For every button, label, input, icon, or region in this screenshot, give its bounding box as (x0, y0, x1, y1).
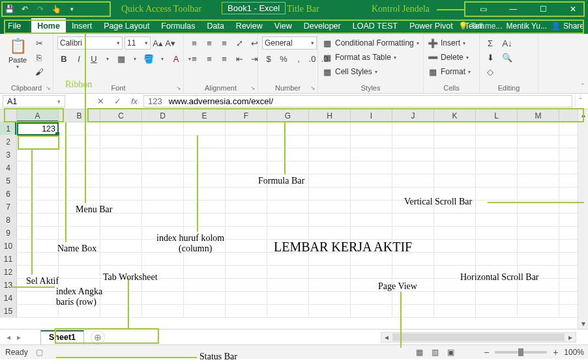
zoom-level[interactable]: 100% (564, 348, 584, 357)
cell-J1[interactable] (392, 122, 434, 135)
cell-K15[interactable] (434, 305, 476, 317)
col-header-D[interactable]: D (142, 109, 184, 122)
cell-L9[interactable] (476, 227, 518, 239)
cell-D4[interactable] (142, 161, 184, 174)
cell-C14[interactable] (100, 292, 142, 304)
align-right-icon[interactable]: ≡ (218, 52, 231, 65)
cell-M1[interactable] (518, 122, 559, 135)
maximize-icon[interactable]: ☐ (528, 0, 558, 18)
cell-I15[interactable] (351, 305, 392, 317)
find-select-icon[interactable]: 🔍 (501, 51, 514, 64)
row-header-11[interactable]: 11 (0, 253, 17, 265)
row-header-13[interactable]: 13 (0, 279, 17, 291)
cell-J3[interactable] (392, 148, 434, 161)
cell-H1[interactable] (309, 122, 351, 135)
cell-I9[interactable] (351, 227, 392, 239)
cell-C11[interactable] (100, 253, 142, 265)
cell-M15[interactable] (518, 305, 559, 317)
cell-styles-button[interactable]: ▦Cell Styles ▾ (322, 65, 377, 78)
cell-I2[interactable] (351, 135, 392, 148)
cell-D8[interactable] (142, 214, 184, 226)
cell-G4[interactable] (267, 161, 309, 174)
cell-I1[interactable] (351, 122, 392, 135)
cell-G1[interactable] (267, 122, 309, 135)
align-left-icon[interactable]: ≡ (188, 52, 201, 65)
cell-J8[interactable] (392, 214, 434, 226)
cell-J2[interactable] (392, 135, 434, 148)
cell-L5[interactable] (476, 175, 518, 187)
delete-cells-button[interactable]: ➖Delete ▾ (428, 51, 469, 64)
row-header-3[interactable]: 3 (0, 148, 17, 161)
user-name[interactable]: Mentik Yu... (506, 21, 546, 31)
cell-K2[interactable] (434, 135, 476, 148)
cell-I5[interactable] (351, 175, 392, 187)
align-middle-icon[interactable]: ≡ (203, 36, 216, 49)
cell-G7[interactable] (267, 201, 309, 213)
cell-F13[interactable] (226, 279, 267, 291)
cell-A9[interactable] (17, 227, 59, 239)
tab-view[interactable]: View (269, 18, 298, 34)
cell-I8[interactable] (351, 214, 392, 226)
cut-icon[interactable]: ✂ (33, 36, 46, 49)
tab-powerpivot[interactable]: Power Pivot (404, 18, 459, 34)
tab-insert[interactable]: Insert (66, 18, 98, 34)
decrease-font-icon[interactable]: A▾ (165, 36, 175, 49)
cell-H13[interactable] (309, 279, 351, 291)
cell-G8[interactable] (267, 214, 309, 226)
cell-G15[interactable] (267, 305, 309, 317)
expand-formula-bar-icon[interactable]: ˇ (575, 95, 585, 107)
cell-H3[interactable] (309, 148, 351, 161)
align-top-icon[interactable]: ≡ (188, 36, 201, 49)
increase-decimal-icon[interactable]: .0 (307, 52, 317, 65)
cell-I7[interactable] (351, 201, 392, 213)
clipboard-launcher-icon[interactable]: ↘ (46, 85, 51, 91)
cell-E6[interactable] (184, 188, 226, 200)
scroll-down-icon[interactable]: ▾ (578, 318, 588, 329)
fill-dd-icon[interactable]: ▾ (157, 52, 168, 65)
new-sheet-button[interactable]: ⊕ (91, 330, 105, 344)
cell-M5[interactable] (518, 175, 559, 187)
col-header-L[interactable]: L (476, 109, 518, 122)
select-all-corner[interactable] (0, 109, 17, 122)
comma-icon[interactable]: , (292, 52, 305, 65)
scroll-left-icon[interactable]: ◂ (381, 333, 392, 342)
font-launcher-icon[interactable]: ↘ (176, 85, 181, 91)
cell-I3[interactable] (351, 148, 392, 161)
cell-L11[interactable] (476, 253, 518, 265)
cell-C6[interactable] (100, 188, 142, 200)
cell-G9[interactable] (267, 227, 309, 239)
cell-D1[interactable] (142, 122, 184, 135)
cell-C15[interactable] (100, 305, 142, 317)
percent-icon[interactable]: % (277, 52, 290, 65)
sheet-nav-next-icon[interactable]: ▸ (14, 333, 23, 342)
cell-M2[interactable] (518, 135, 559, 148)
col-header-G[interactable]: G (267, 109, 309, 122)
decrease-decimal-icon[interactable]: .0 (319, 52, 330, 65)
cell-M14[interactable] (518, 292, 559, 304)
cell-E15[interactable] (184, 305, 226, 317)
align-center-icon[interactable]: ≡ (203, 52, 216, 65)
cell-J5[interactable] (392, 175, 434, 187)
cell-A8[interactable] (17, 214, 59, 226)
cell-E14[interactable] (184, 292, 226, 304)
cell-H12[interactable] (309, 266, 351, 278)
row-header-4[interactable]: 4 (0, 161, 17, 174)
hscroll-thumb[interactable] (392, 333, 565, 341)
cell-E11[interactable] (184, 253, 226, 265)
cell-J4[interactable] (392, 161, 434, 174)
row-header-15[interactable]: 15 (0, 305, 17, 317)
underline-dd-icon[interactable]: ▾ (102, 52, 113, 65)
tab-home[interactable]: Home (31, 18, 66, 34)
cell-I12[interactable] (351, 266, 392, 278)
sheet-tab-sheet1[interactable]: Sheet1 (40, 330, 84, 344)
cell-G6[interactable] (267, 188, 309, 200)
cancel-formula-icon[interactable]: ✕ (93, 95, 108, 108)
cell-A6[interactable] (17, 188, 59, 200)
decrease-indent-icon[interactable]: ⇤ (233, 52, 246, 65)
cell-K14[interactable] (434, 292, 476, 304)
font-name-combo[interactable]: Calibri▾ (57, 36, 123, 49)
cell-F2[interactable] (226, 135, 267, 148)
conditional-formatting-button[interactable]: ▦Conditional Formatting ▾ (322, 36, 419, 49)
minimize-icon[interactable]: — (498, 0, 528, 18)
formula-bar[interactable]: 123 www.advernesia.com/excel/ (143, 95, 572, 107)
